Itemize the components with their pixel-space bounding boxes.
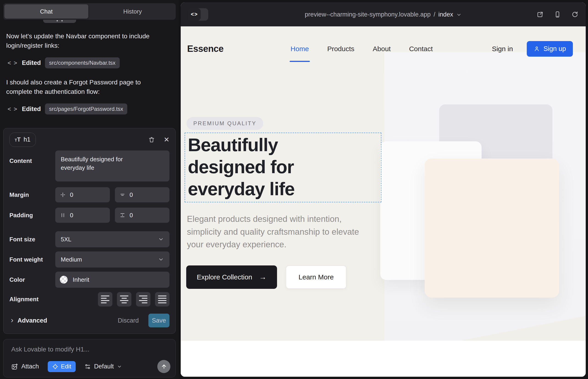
code-icon: <> — [188, 8, 201, 21]
refresh-icon[interactable] — [572, 11, 578, 18]
composer-toolbar: Attach Edit Default — [11, 360, 170, 373]
edit-mode-button[interactable]: Edit — [48, 361, 76, 372]
edited-file-row[interactable]: < > Edited src/pages/ForgotPassword.tsx — [8, 103, 173, 115]
scrolled-chip-fragment — [43, 20, 76, 23]
code-icon: < > — [8, 106, 18, 113]
site-navbar: Essence Home Products About Contact Sign… — [181, 26, 586, 71]
sliders-icon — [84, 363, 91, 370]
align-right-icon[interactable] — [136, 292, 150, 306]
nav-link-contact[interactable]: Contact — [409, 45, 433, 53]
margin-vertical-icon — [120, 192, 125, 198]
url-host: preview--charming-site-symphony.lovable.… — [305, 11, 431, 18]
tab-history[interactable]: History — [90, 3, 176, 20]
inspector-footer: › Advanced Discard Save — [9, 314, 170, 327]
font-size-label: Font size — [9, 236, 55, 243]
margin-y-input[interactable]: 0 — [115, 187, 170, 202]
advanced-toggle[interactable]: Advanced — [17, 317, 47, 324]
next-section — [181, 341, 586, 377]
premium-badge: PREMIUM QUALITY — [186, 117, 263, 130]
chat-message: Now let's update the Navbar component to… — [6, 32, 159, 50]
close-icon[interactable]: ✕ — [164, 136, 170, 144]
composer-input[interactable]: Ask Lovable to modify H1... — [11, 346, 170, 353]
padding-x-input[interactable]: 0 — [55, 208, 110, 223]
padding-vertical-icon — [120, 212, 125, 218]
browser-preview: <> preview--charming-site-symphony.lovab… — [181, 2, 586, 377]
color-swatch — [60, 276, 68, 284]
nav-links: Home Products About Contact — [291, 45, 433, 53]
mode-select[interactable]: Default — [84, 363, 122, 370]
sign-in-link[interactable]: Sign in — [492, 45, 513, 53]
nav-link-products[interactable]: Products — [327, 45, 354, 53]
send-button[interactable] — [157, 360, 170, 373]
chevron-down-icon — [158, 236, 164, 242]
edited-file-row[interactable]: < > Edited src/components/Navbar.tsx — [8, 57, 173, 69]
align-justify-icon[interactable] — [155, 292, 170, 306]
file-chip[interactable]: src/components/Navbar.tsx — [45, 57, 120, 68]
nav-link-home[interactable]: Home — [291, 45, 309, 53]
font-weight-select[interactable]: Medium — [55, 252, 170, 268]
element-tag-label: h1 — [24, 136, 31, 143]
font-size-row: Font size 5XL — [9, 231, 170, 247]
attach-button[interactable]: Attach — [11, 363, 39, 370]
image-plus-icon — [11, 363, 18, 370]
margin-row: Margin 0 0 — [9, 187, 170, 202]
mobile-view-icon[interactable] — [554, 11, 561, 18]
color-label: Color — [9, 276, 55, 283]
trash-icon[interactable] — [148, 136, 155, 143]
topbar-actions — [537, 11, 578, 18]
element-tag-pill[interactable]: TT h1 — [9, 133, 36, 147]
nav-link-about[interactable]: About — [373, 45, 390, 53]
url-bar[interactable]: preview--charming-site-symphony.lovable.… — [305, 11, 462, 18]
chat-message-list: Now let's update the Navbar component to… — [6, 32, 173, 124]
site-logo[interactable]: Essence — [187, 44, 224, 54]
ellipsis-dot — [62, 20, 62, 21]
align-left-icon[interactable] — [98, 292, 112, 306]
align-center-icon[interactable] — [117, 292, 131, 306]
edited-label: Edited — [22, 106, 41, 113]
chevron-down-icon — [117, 364, 122, 369]
padding-horizontal-icon — [60, 212, 66, 218]
alignment-row: Alignment — [9, 292, 170, 306]
chat-history-tabs: Chat History — [3, 3, 176, 20]
sign-up-button[interactable]: Sign up — [527, 41, 573, 57]
content-input[interactable]: Beautifully designed for everyday life — [55, 151, 170, 181]
explore-collection-button[interactable]: Explore Collection → — [186, 266, 277, 289]
chevron-right-icon: › — [11, 316, 13, 324]
hero-heading[interactable]: Beautifully designed for everyday life — [188, 134, 348, 200]
learn-more-button[interactable]: Learn More — [286, 266, 346, 289]
margin-horizontal-icon — [60, 192, 66, 198]
target-icon — [52, 364, 58, 370]
arrow-right-icon: → — [259, 273, 266, 281]
padding-label: Padding — [9, 212, 55, 219]
color-picker[interactable]: Inherit — [55, 272, 170, 288]
chevron-down-icon — [158, 256, 164, 262]
decor-card-cream — [425, 158, 559, 298]
code-view-toggle[interactable]: <> — [188, 8, 208, 21]
code-icon: < > — [8, 59, 18, 66]
chat-composer: Ask Lovable to modify H1... Attach Edit … — [3, 339, 176, 377]
save-button[interactable]: Save — [148, 314, 170, 327]
chevron-down-icon — [456, 12, 462, 18]
color-row: Color Inherit — [9, 272, 170, 288]
content-row: Content Beautifully designed for everyda… — [9, 151, 170, 181]
chat-message: I should also create a Forgot Password p… — [6, 78, 159, 96]
content-label: Content — [9, 151, 55, 164]
inspector-header: TT h1 ✕ — [9, 132, 170, 147]
h1-selection-outline[interactable]: Beautifully designed for everyday life — [185, 133, 381, 202]
ellipsis-dot — [57, 20, 58, 21]
edited-label: Edited — [22, 59, 41, 66]
file-chip[interactable]: src/pages/ForgotPassword.tsx — [45, 103, 127, 114]
font-size-select[interactable]: 5XL — [55, 231, 170, 247]
open-external-icon[interactable] — [537, 11, 543, 18]
site-canvas: Essence Home Products About Contact Sign… — [181, 26, 586, 377]
tab-chat[interactable]: Chat — [3, 3, 90, 20]
padding-y-input[interactable]: 0 — [115, 208, 170, 223]
user-icon — [534, 46, 540, 52]
chat-sidebar: Chat History Now let's update the Navbar… — [0, 0, 179, 379]
margin-x-input[interactable]: 0 — [55, 187, 110, 202]
discard-button[interactable]: Discard — [118, 317, 139, 324]
font-weight-row: Font weight Medium — [9, 252, 170, 268]
margin-label: Margin — [9, 191, 55, 198]
preview-topbar: <> preview--charming-site-symphony.lovab… — [181, 2, 586, 26]
element-inspector-panel: TT h1 ✕ Content Beautifully designed for… — [3, 128, 176, 334]
